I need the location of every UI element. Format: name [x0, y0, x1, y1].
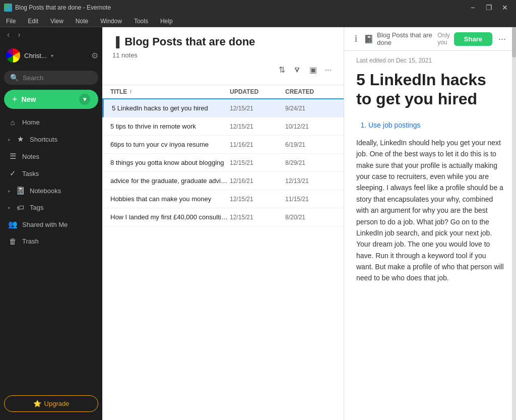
new-button-wrapper: + New ▾ — [4, 90, 98, 109]
note-created-cell: 9/24/21 — [285, 105, 336, 112]
sidebar-item-shared[interactable]: 👥 Shared with Me — [0, 216, 102, 233]
forward-button[interactable]: › — [15, 29, 23, 40]
window-title: Blog Posts that are done - Evernote — [15, 4, 111, 11]
minimize-button[interactable]: − — [466, 3, 480, 13]
tags-expand-icon: ▸ — [8, 205, 11, 210]
sidebar-item-shortcuts[interactable]: ▸ ★ Shortcuts — [0, 131, 102, 148]
notes-icon: ☰ — [8, 152, 17, 161]
list-item-text: Use job postings — [368, 121, 421, 129]
note-list: 5 LinkedIn hacks to get you hired 12/15/… — [102, 99, 344, 420]
note-created-cell: 12/13/21 — [285, 177, 336, 185]
menu-note[interactable]: Note — [72, 17, 92, 26]
note-created-cell: 8/20/21 — [285, 214, 336, 221]
sidebar-item-tasks[interactable]: ✓ Tasks — [0, 165, 102, 182]
back-button[interactable]: ‹ — [4, 29, 13, 40]
window-controls: − ❐ ✕ — [466, 3, 512, 13]
editor-content[interactable]: 5 LinkedIn hacks to get you hired Use jo… — [344, 66, 516, 420]
search-icon: 🔍 — [10, 74, 19, 82]
menu-window[interactable]: Window — [96, 17, 126, 26]
note-updated-cell: 12/15/21 — [230, 214, 285, 221]
close-button[interactable]: ✕ — [498, 3, 512, 13]
nav-arrows: ‹ › — [0, 27, 102, 42]
sidebar-label-tags: Tags — [30, 204, 43, 211]
menu-file[interactable]: File — [2, 17, 20, 26]
note-title-cell: advice for the graduate, graduate advice… — [110, 177, 230, 185]
share-button[interactable]: Share — [454, 32, 492, 46]
note-row[interactable]: Hobbies that can make you money 12/15/21… — [102, 190, 344, 208]
note-created-cell: 6/19/21 — [285, 141, 336, 148]
note-updated-cell: 12/15/21 — [230, 159, 285, 166]
note-row[interactable]: How I landed my first £40,000 consulting… — [102, 208, 344, 226]
sidebar-label-notebooks: Notebooks — [30, 187, 61, 195]
maximize-button[interactable]: ❐ — [482, 3, 496, 13]
note-created-cell: 10/12/21 — [285, 123, 336, 130]
editor-toolbar-left: ℹ 📓 Blog Posts that are done — [352, 31, 433, 46]
shared-icon: 👥 — [8, 220, 17, 229]
settings-icon[interactable]: ⚙ — [91, 51, 98, 61]
note-list-header: ▐ Blog Posts that are done 11 notes ⇅ ⛛ … — [102, 27, 344, 85]
sidebar-item-notebooks[interactable]: ▸ 📓 Notebooks — [0, 182, 102, 199]
app-icon — [4, 4, 12, 12]
upgrade-button[interactable]: ⭐ Upgrade — [4, 395, 98, 412]
visibility-label: Only you — [437, 32, 450, 46]
sidebar-label-notes: Notes — [22, 153, 39, 160]
upgrade-icon: ⭐ — [33, 400, 41, 407]
sidebar-top: Christ... ▾ ⚙ — [0, 42, 102, 69]
note-row[interactable]: 5 LinkedIn hacks to get you hired 12/15/… — [102, 99, 344, 117]
sidebar-label-trash: Trash — [22, 237, 39, 245]
note-row[interactable]: 6tips to turn your cv inyoa resume 11/16… — [102, 136, 344, 154]
note-updated-cell: 12/15/21 — [230, 123, 285, 130]
note-editor-title: 5 LinkedIn hacks to get you hired — [356, 70, 504, 109]
notebook-reference: 📓 Blog Posts that are done — [364, 31, 433, 46]
note-list-toolbar: ⇅ ⛛ ▣ ··· — [112, 59, 334, 79]
sidebar-item-trash[interactable]: 🗑 Trash — [0, 233, 102, 250]
user-menu[interactable]: Christ... ▾ — [4, 46, 55, 65]
sort-button[interactable]: ⇅ — [277, 63, 287, 77]
info-button[interactable]: ℹ — [352, 31, 360, 46]
notebook-header-icon: ▐ — [112, 36, 119, 48]
note-updated-cell: 12/15/21 — [230, 105, 285, 112]
note-row[interactable]: 5 tips to thrive in remote work 12/15/21… — [102, 117, 344, 136]
editor-more-button[interactable]: ··· — [496, 32, 508, 46]
sidebar: ‹ › Christ... ▾ ⚙ 🔍 Search + New ▾ — [0, 27, 102, 420]
note-title-cell: 6tips to turn your cv inyoa resume — [110, 141, 230, 148]
notebooks-expand-icon: ▸ — [8, 188, 11, 194]
home-icon: ⌂ — [8, 118, 17, 127]
note-list-title: Blog Posts that are done — [124, 35, 255, 48]
view-toggle-button[interactable]: ▣ — [307, 63, 319, 77]
note-body-paragraph: Ideally, LinkedIn should help you get yo… — [356, 137, 504, 284]
new-button[interactable]: + New ▾ — [4, 90, 98, 109]
note-row[interactable]: advice for the graduate, graduate advice… — [102, 172, 344, 190]
sidebar-item-tags[interactable]: ▸ 🏷 Tags — [0, 199, 102, 216]
menu-tools[interactable]: Tools — [130, 17, 152, 26]
col-updated[interactable]: UPDATED — [230, 88, 285, 95]
note-created-cell: 8/29/21 — [285, 159, 336, 166]
shortcuts-expand-icon: ▸ — [8, 137, 11, 142]
search-bar[interactable]: 🔍 Search — [4, 71, 98, 85]
scrollbar-thumb[interactable] — [512, 27, 516, 57]
tags-icon: 🏷 — [16, 203, 25, 212]
title-bar: Blog Posts that are done - Evernote − ❐ … — [0, 0, 516, 15]
menu-view[interactable]: View — [46, 17, 68, 26]
user-chevron: ▾ — [51, 53, 53, 58]
tasks-icon: ✓ — [8, 169, 17, 178]
menu-help[interactable]: Help — [156, 17, 177, 26]
col-title-label: TITLE — [110, 88, 127, 95]
sidebar-bottom: ⭐ Upgrade — [0, 391, 102, 416]
editor-toolbar-right: Only you Share ··· — [437, 32, 508, 46]
more-options-button[interactable]: ··· — [323, 64, 334, 77]
sidebar-item-notes[interactable]: ☰ Notes — [0, 148, 102, 165]
note-title-cell: How I landed my first £40,000 consulting… — [110, 213, 230, 221]
trash-icon: 🗑 — [8, 237, 17, 246]
note-updated-cell: 12/16/21 — [230, 177, 285, 185]
col-created-label: CREATED — [285, 88, 314, 95]
note-created-cell: 11/15/21 — [285, 196, 336, 203]
scrollbar[interactable] — [512, 27, 516, 420]
col-created[interactable]: CREATED — [285, 88, 336, 95]
note-row[interactable]: 8 things you gotta know about blogging 1… — [102, 154, 344, 172]
col-title[interactable]: TITLE ↑ — [110, 88, 230, 95]
menu-edit[interactable]: Edit — [24, 17, 42, 26]
filter-button[interactable]: ⛛ — [291, 64, 303, 77]
sort-asc-icon: ↑ — [129, 88, 132, 95]
sidebar-item-home[interactable]: ⌂ Home — [0, 114, 102, 131]
